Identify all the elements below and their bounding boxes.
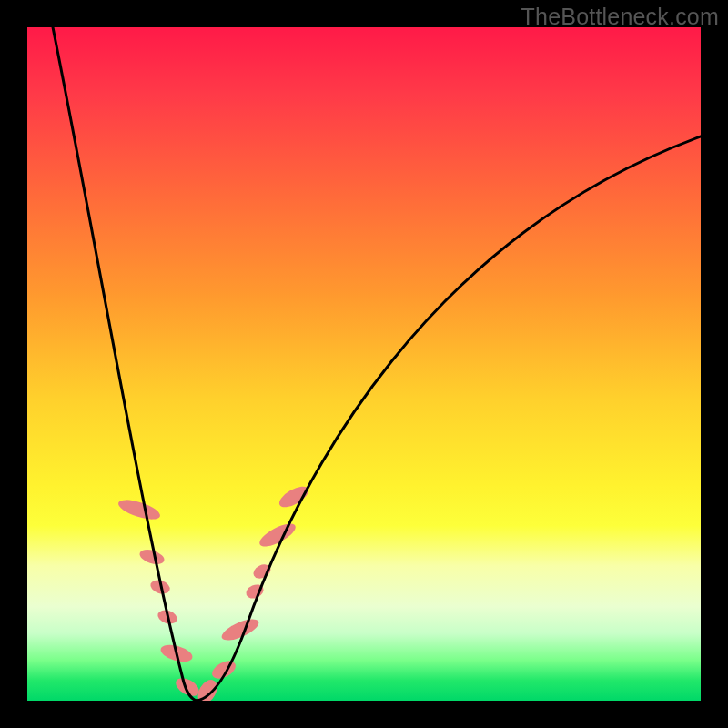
data-marker [116,496,163,523]
curve-right-arm [197,136,701,701]
curve-left-arm [53,27,197,701]
data-marker [276,482,311,511]
data-marker [138,547,167,567]
attribution-text: TheBottleneck.com [521,4,719,30]
data-marker [209,657,238,682]
curve-layer [53,27,701,701]
chart-frame [27,27,701,701]
chart-svg [27,27,701,701]
data-marker [173,674,202,700]
